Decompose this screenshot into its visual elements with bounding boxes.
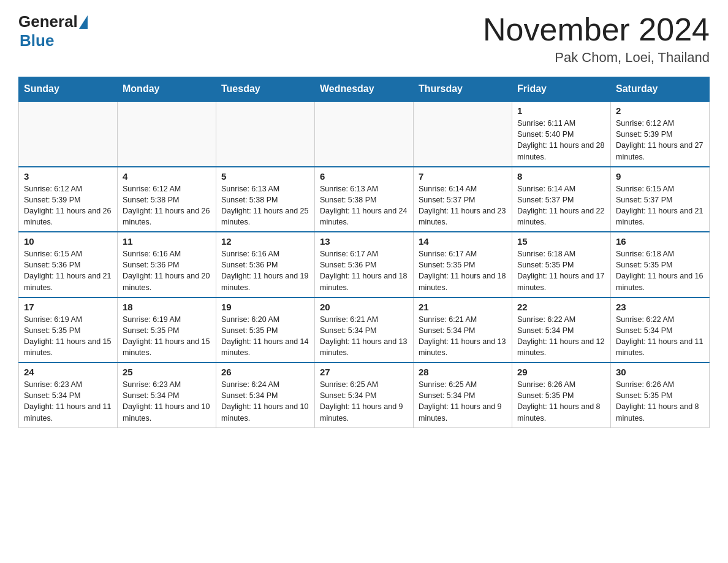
calendar-table: SundayMondayTuesdayWednesdayThursdayFrid… xyxy=(18,77,710,428)
calendar-header: SundayMondayTuesdayWednesdayThursdayFrid… xyxy=(19,77,710,102)
weekday-header-sunday: Sunday xyxy=(19,77,118,102)
calendar-cell xyxy=(216,101,315,167)
day-number: 27 xyxy=(320,367,408,377)
day-info: Sunrise: 6:25 AM Sunset: 5:34 PM Dayligh… xyxy=(320,379,408,424)
weekday-header-friday: Friday xyxy=(512,77,611,102)
calendar-cell: 10Sunrise: 6:15 AM Sunset: 5:36 PM Dayli… xyxy=(19,232,118,297)
calendar-cell: 28Sunrise: 6:25 AM Sunset: 5:34 PM Dayli… xyxy=(414,362,512,427)
day-info: Sunrise: 6:22 AM Sunset: 5:34 PM Dayligh… xyxy=(517,314,605,359)
calendar-week-row: 3Sunrise: 6:12 AM Sunset: 5:39 PM Daylig… xyxy=(19,167,710,232)
day-info: Sunrise: 6:17 AM Sunset: 5:35 PM Dayligh… xyxy=(419,248,507,293)
calendar-cell: 7Sunrise: 6:14 AM Sunset: 5:37 PM Daylig… xyxy=(414,167,512,232)
calendar-cell: 1Sunrise: 6:11 AM Sunset: 5:40 PM Daylig… xyxy=(512,101,611,167)
calendar-cell: 5Sunrise: 6:13 AM Sunset: 5:38 PM Daylig… xyxy=(216,167,315,232)
weekday-header-wednesday: Wednesday xyxy=(315,77,414,102)
day-number: 8 xyxy=(517,171,605,182)
day-info: Sunrise: 6:12 AM Sunset: 5:38 PM Dayligh… xyxy=(123,183,211,228)
day-info: Sunrise: 6:26 AM Sunset: 5:35 PM Dayligh… xyxy=(616,379,704,424)
day-info: Sunrise: 6:12 AM Sunset: 5:39 PM Dayligh… xyxy=(616,118,704,163)
day-info: Sunrise: 6:16 AM Sunset: 5:36 PM Dayligh… xyxy=(221,248,309,293)
day-info: Sunrise: 6:15 AM Sunset: 5:36 PM Dayligh… xyxy=(24,248,112,293)
day-info: Sunrise: 6:23 AM Sunset: 5:34 PM Dayligh… xyxy=(24,379,112,424)
weekday-header-saturday: Saturday xyxy=(611,77,710,102)
day-info: Sunrise: 6:12 AM Sunset: 5:39 PM Dayligh… xyxy=(24,183,112,228)
day-info: Sunrise: 6:16 AM Sunset: 5:36 PM Dayligh… xyxy=(123,248,211,293)
day-info: Sunrise: 6:17 AM Sunset: 5:36 PM Dayligh… xyxy=(320,248,408,293)
weekday-header-thursday: Thursday xyxy=(414,77,512,102)
day-number: 30 xyxy=(616,367,704,377)
day-info: Sunrise: 6:14 AM Sunset: 5:37 PM Dayligh… xyxy=(517,183,605,228)
day-number: 15 xyxy=(517,236,605,247)
logo-general-text: General xyxy=(18,12,78,31)
day-info: Sunrise: 6:20 AM Sunset: 5:35 PM Dayligh… xyxy=(221,314,309,359)
day-number: 23 xyxy=(616,302,704,312)
day-info: Sunrise: 6:18 AM Sunset: 5:35 PM Dayligh… xyxy=(517,248,605,293)
day-number: 1 xyxy=(517,105,605,116)
day-number: 7 xyxy=(419,171,507,182)
day-info: Sunrise: 6:13 AM Sunset: 5:38 PM Dayligh… xyxy=(221,183,309,228)
calendar-cell xyxy=(19,101,118,167)
calendar-cell: 26Sunrise: 6:24 AM Sunset: 5:34 PM Dayli… xyxy=(216,362,315,427)
day-info: Sunrise: 6:26 AM Sunset: 5:35 PM Dayligh… xyxy=(517,379,605,424)
weekday-header-monday: Monday xyxy=(118,77,216,102)
weekday-header-row: SundayMondayTuesdayWednesdayThursdayFrid… xyxy=(19,77,710,102)
location-subtitle: Pak Chom, Loei, Thailand xyxy=(483,50,710,66)
calendar-cell: 11Sunrise: 6:16 AM Sunset: 5:36 PM Dayli… xyxy=(118,232,216,297)
calendar-cell xyxy=(414,101,512,167)
day-number: 18 xyxy=(123,302,211,312)
day-number: 14 xyxy=(419,236,507,247)
calendar-cell: 19Sunrise: 6:20 AM Sunset: 5:35 PM Dayli… xyxy=(216,297,315,363)
day-info: Sunrise: 6:15 AM Sunset: 5:37 PM Dayligh… xyxy=(616,183,704,228)
day-number: 29 xyxy=(517,367,605,377)
calendar-cell: 8Sunrise: 6:14 AM Sunset: 5:37 PM Daylig… xyxy=(512,167,611,232)
day-number: 19 xyxy=(221,302,309,312)
logo: General Blue xyxy=(18,12,88,50)
calendar-cell: 25Sunrise: 6:23 AM Sunset: 5:34 PM Dayli… xyxy=(118,362,216,427)
day-number: 17 xyxy=(24,302,112,312)
calendar-week-row: 10Sunrise: 6:15 AM Sunset: 5:36 PM Dayli… xyxy=(19,232,710,297)
calendar-cell: 27Sunrise: 6:25 AM Sunset: 5:34 PM Dayli… xyxy=(315,362,414,427)
calendar-cell xyxy=(315,101,414,167)
day-number: 5 xyxy=(221,171,309,182)
calendar-cell: 15Sunrise: 6:18 AM Sunset: 5:35 PM Dayli… xyxy=(512,232,611,297)
day-number: 22 xyxy=(517,302,605,312)
day-info: Sunrise: 6:11 AM Sunset: 5:40 PM Dayligh… xyxy=(517,118,605,163)
day-info: Sunrise: 6:19 AM Sunset: 5:35 PM Dayligh… xyxy=(123,314,211,359)
day-number: 2 xyxy=(616,105,704,116)
month-year-title: November 2024 xyxy=(483,12,710,47)
day-info: Sunrise: 6:21 AM Sunset: 5:34 PM Dayligh… xyxy=(419,314,507,359)
day-info: Sunrise: 6:21 AM Sunset: 5:34 PM Dayligh… xyxy=(320,314,408,359)
day-info: Sunrise: 6:25 AM Sunset: 5:34 PM Dayligh… xyxy=(419,379,507,424)
calendar-cell: 18Sunrise: 6:19 AM Sunset: 5:35 PM Dayli… xyxy=(118,297,216,363)
logo-triangle-icon xyxy=(79,15,88,29)
day-number: 6 xyxy=(320,171,408,182)
weekday-header-tuesday: Tuesday xyxy=(216,77,315,102)
day-info: Sunrise: 6:18 AM Sunset: 5:35 PM Dayligh… xyxy=(616,248,704,293)
day-number: 11 xyxy=(123,236,211,247)
calendar-cell: 30Sunrise: 6:26 AM Sunset: 5:35 PM Dayli… xyxy=(611,362,710,427)
calendar-cell: 2Sunrise: 6:12 AM Sunset: 5:39 PM Daylig… xyxy=(611,101,710,167)
day-info: Sunrise: 6:19 AM Sunset: 5:35 PM Dayligh… xyxy=(24,314,112,359)
calendar-cell: 22Sunrise: 6:22 AM Sunset: 5:34 PM Dayli… xyxy=(512,297,611,363)
calendar-week-row: 17Sunrise: 6:19 AM Sunset: 5:35 PM Dayli… xyxy=(19,297,710,363)
calendar-cell: 9Sunrise: 6:15 AM Sunset: 5:37 PM Daylig… xyxy=(611,167,710,232)
page-header: General Blue November 2024 Pak Chom, Loe… xyxy=(18,12,710,66)
day-info: Sunrise: 6:22 AM Sunset: 5:34 PM Dayligh… xyxy=(616,314,704,359)
calendar-cell: 17Sunrise: 6:19 AM Sunset: 5:35 PM Dayli… xyxy=(19,297,118,363)
calendar-cell: 4Sunrise: 6:12 AM Sunset: 5:38 PM Daylig… xyxy=(118,167,216,232)
logo-blue-text: Blue xyxy=(20,31,54,50)
title-section: November 2024 Pak Chom, Loei, Thailand xyxy=(483,12,710,66)
day-number: 16 xyxy=(616,236,704,247)
calendar-cell: 29Sunrise: 6:26 AM Sunset: 5:35 PM Dayli… xyxy=(512,362,611,427)
calendar-cell: 13Sunrise: 6:17 AM Sunset: 5:36 PM Dayli… xyxy=(315,232,414,297)
calendar-cell: 20Sunrise: 6:21 AM Sunset: 5:34 PM Dayli… xyxy=(315,297,414,363)
calendar-cell: 16Sunrise: 6:18 AM Sunset: 5:35 PM Dayli… xyxy=(611,232,710,297)
calendar-week-row: 1Sunrise: 6:11 AM Sunset: 5:40 PM Daylig… xyxy=(19,101,710,167)
day-number: 21 xyxy=(419,302,507,312)
day-number: 4 xyxy=(123,171,211,182)
day-number: 3 xyxy=(24,171,112,182)
calendar-cell: 6Sunrise: 6:13 AM Sunset: 5:38 PM Daylig… xyxy=(315,167,414,232)
calendar-body: 1Sunrise: 6:11 AM Sunset: 5:40 PM Daylig… xyxy=(19,101,710,427)
day-number: 13 xyxy=(320,236,408,247)
calendar-cell: 24Sunrise: 6:23 AM Sunset: 5:34 PM Dayli… xyxy=(19,362,118,427)
